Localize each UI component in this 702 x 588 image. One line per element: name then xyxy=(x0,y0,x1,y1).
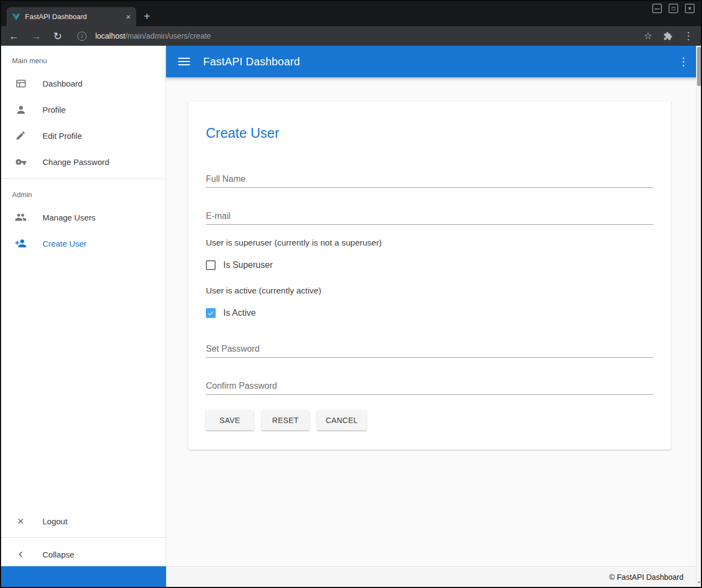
sidebar-item-edit-profile[interactable]: Edit Profile xyxy=(1,122,166,149)
url-host: localhost xyxy=(95,32,125,40)
browser-menu-icon[interactable]: ⋮ xyxy=(683,30,693,42)
sidebar-item-dashboard[interactable]: Dashboard xyxy=(1,70,166,96)
maximize-icon[interactable]: □ xyxy=(669,4,678,13)
close-window-icon[interactable]: × xyxy=(685,4,694,13)
email-input[interactable] xyxy=(206,203,654,225)
is-active-checkbox[interactable]: Is Active xyxy=(206,305,654,321)
sidebar-item-change-password[interactable]: Change Password xyxy=(1,149,166,175)
save-button[interactable]: SAVE xyxy=(206,410,254,430)
vuetify-favicon-icon xyxy=(12,13,20,21)
sidebar-item-label: Create User xyxy=(42,239,87,248)
logout-x-icon: × xyxy=(14,514,27,528)
minimize-icon[interactable]: — xyxy=(652,4,662,13)
footer-bar: © FastAPI Dashboard xyxy=(166,566,701,587)
copyright-text: © FastAPI Dashboard xyxy=(609,573,683,581)
sidebar-item-label: Profile xyxy=(42,105,66,114)
tab-strip: FastAPI Dashboard × + — □ × xyxy=(1,1,701,26)
active-status-text: User is active (currently active) xyxy=(206,286,654,296)
appbar-menu-icon[interactable]: ⋮ xyxy=(678,55,689,68)
reload-icon[interactable]: ↻ xyxy=(53,31,62,41)
key-icon xyxy=(14,155,27,168)
bookmark-star-icon[interactable]: ☆ xyxy=(644,30,652,42)
sidebar-item-label: Collapse xyxy=(42,550,74,559)
sidebar-item-label: Edit Profile xyxy=(42,131,82,140)
create-user-card: Create User User is superuser (currently… xyxy=(188,101,671,450)
footer-primary-block xyxy=(1,566,166,587)
person-add-icon xyxy=(14,237,27,250)
page-title: Create User xyxy=(206,125,654,141)
browser-tab[interactable]: FastAPI Dashboard × xyxy=(7,7,136,26)
sidebar-item-logout[interactable]: × Logout xyxy=(1,508,166,534)
page-scrollbar[interactable]: ▾ xyxy=(696,46,701,587)
extensions-icon[interactable] xyxy=(663,32,673,41)
checkbox-label: Is Active xyxy=(223,308,256,318)
scrollbar-thumb[interactable] xyxy=(697,47,701,86)
sidebar-item-label: Change Password xyxy=(42,157,109,167)
person-icon xyxy=(14,103,27,116)
menu-hamburger-icon[interactable] xyxy=(178,58,190,65)
checkbox-checked-icon[interactable] xyxy=(206,308,216,318)
checkbox-unchecked-icon[interactable] xyxy=(206,260,216,270)
people-icon xyxy=(14,211,27,224)
tab-title: FastAPI Dashboard xyxy=(25,13,121,21)
full-name-input[interactable] xyxy=(206,166,654,188)
sidebar-spacer xyxy=(1,256,166,508)
sidebar-section-admin: Admin xyxy=(1,182,166,204)
sidebar-item-create-user[interactable]: Create User xyxy=(1,230,166,256)
sidebar-item-label: Manage Users xyxy=(42,213,96,222)
dashboard-icon xyxy=(14,77,27,90)
superuser-status-text: User is superuser (currently is not a su… xyxy=(206,238,654,248)
main-area: FastAPI Dashboard ⋮ Create User User is … xyxy=(166,46,701,567)
window-controls: — □ × xyxy=(652,4,694,13)
form-buttons: SAVE RESET CANCEL xyxy=(206,410,654,430)
back-icon[interactable]: ← xyxy=(9,31,19,41)
sidebar-item-profile[interactable]: Profile xyxy=(1,96,166,122)
sidebar-item-label: Logout xyxy=(42,517,68,526)
sidebar-item-collapse[interactable]: ‹ Collapse xyxy=(1,541,166,567)
pencil-icon xyxy=(14,129,27,142)
sidebar-item-manage-users[interactable]: Manage Users xyxy=(1,204,166,230)
sidebar-divider xyxy=(1,178,166,179)
sidebar: Main menu Dashboard Profile Edit Profile xyxy=(1,46,166,567)
checkbox-label: Is Superuser xyxy=(223,260,273,270)
chevron-left-icon: ‹ xyxy=(14,547,27,560)
app-bar: FastAPI Dashboard ⋮ xyxy=(166,46,701,77)
set-password-input[interactable] xyxy=(206,336,654,358)
browser-window: FastAPI Dashboard × + — □ × ← → ↻ i loca… xyxy=(0,0,702,588)
scroll-down-arrow-icon[interactable]: ▾ xyxy=(697,580,701,585)
url-path: /main/admin/users/create xyxy=(125,32,211,40)
new-tab-button[interactable]: + xyxy=(144,11,150,22)
content-area: Create User User is superuser (currently… xyxy=(166,77,701,567)
page: Main menu Dashboard Profile Edit Profile xyxy=(1,46,701,567)
footer: © FastAPI Dashboard xyxy=(1,566,701,587)
sidebar-section-main-menu: Main menu xyxy=(1,48,166,70)
confirm-password-input[interactable] xyxy=(206,373,654,395)
reset-button[interactable]: RESET xyxy=(261,410,309,430)
forward-icon[interactable]: → xyxy=(31,31,41,41)
sidebar-item-label: Dashboard xyxy=(42,79,82,88)
url-field[interactable]: localhost/main/admin/users/create xyxy=(95,32,632,40)
sidebar-divider xyxy=(1,537,166,538)
appbar-title: FastAPI Dashboard xyxy=(203,56,300,68)
site-info-icon[interactable]: i xyxy=(77,32,87,41)
tab-close-icon[interactable]: × xyxy=(126,13,131,21)
is-superuser-checkbox[interactable]: Is Superuser xyxy=(206,258,654,273)
address-bar: ← → ↻ i localhost/main/admin/users/creat… xyxy=(1,26,701,46)
cancel-button[interactable]: CANCEL xyxy=(317,410,367,430)
